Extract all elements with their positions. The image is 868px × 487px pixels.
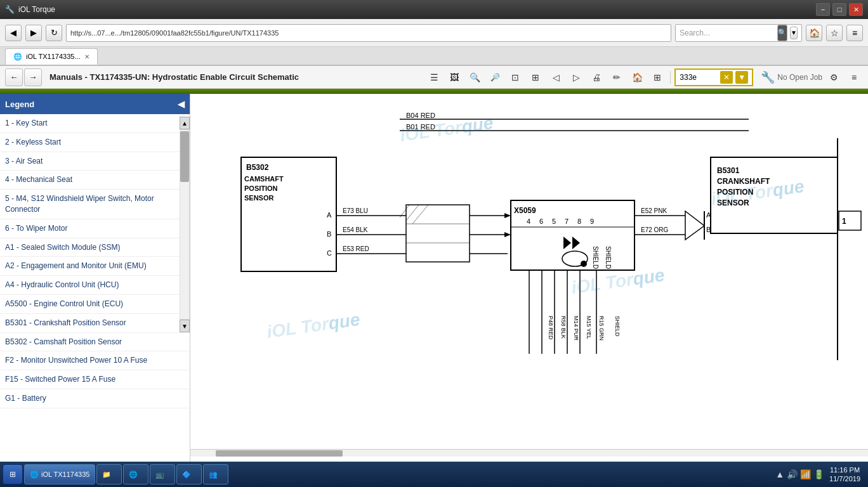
x5059-name: X5059 xyxy=(514,206,536,215)
sidebar-scroll-down[interactable]: ▼ xyxy=(180,320,190,332)
sidebar-item-a4[interactable]: A4 - Hydraulic Control Unit (HCU) xyxy=(0,276,190,295)
b5302-pin-a: A xyxy=(327,211,332,219)
green-bar xyxy=(0,89,868,94)
zoom-in-button[interactable]: 🔍 xyxy=(466,68,483,86)
clock-date: 11/7/2019 xyxy=(829,474,860,483)
search-wrap: 🔍 ▼ xyxy=(675,24,802,42)
sidebar-scroll-up[interactable]: ▲ xyxy=(180,117,190,129)
prev-button[interactable]: ◁ xyxy=(547,68,565,86)
sidebar-item-a2[interactable]: A2 - Engagement and Monitor Unit (EMU) xyxy=(0,257,190,276)
b5301-name: B5301 xyxy=(717,166,740,175)
taskbar-app-icon-teamviewer: 👥 xyxy=(209,471,218,479)
sidebar-item-a1[interactable]: A1 - Sealed Switch Module (SSM) xyxy=(0,238,190,257)
toolbar-back-button[interactable]: ← xyxy=(5,68,23,86)
close-button[interactable]: ✕ xyxy=(849,3,863,16)
toolbar-search-input[interactable] xyxy=(680,73,718,82)
back-button[interactable]: ◀ xyxy=(5,25,22,41)
pin-6: 6 xyxy=(539,218,543,225)
scrollbar-thumb[interactable] xyxy=(216,450,343,457)
start-button[interactable]: ⊞ xyxy=(3,464,23,484)
b5301-line2: POSITION xyxy=(717,188,753,197)
sidebar-item-g1[interactable]: G1 - Battery xyxy=(0,389,190,408)
home-button[interactable]: 🏠 xyxy=(806,25,822,41)
pin-7: 7 xyxy=(565,218,569,225)
b5301-line3: SENSOR xyxy=(717,198,749,207)
toolbar-search-wrap: ✕ ▼ xyxy=(674,68,753,86)
search-button[interactable]: 🔍 xyxy=(777,25,787,41)
tray-arrow-icon[interactable]: ▲ xyxy=(775,469,784,479)
job-icon: 🔧 xyxy=(761,70,775,84)
sidebar-item-b5301[interactable]: B5301 - Crankshaft Position Sensor xyxy=(0,314,190,333)
shield-label-2: SHIELD xyxy=(605,246,612,269)
taskbar-clock[interactable]: 11:16 PM 11/7/2019 xyxy=(829,465,860,484)
list-view-button[interactable]: ☰ xyxy=(425,68,443,86)
start-icon: ⊞ xyxy=(10,470,16,479)
sidebar-toggle-button[interactable]: ◀ xyxy=(178,99,185,109)
crop-button[interactable]: ⊞ xyxy=(527,68,544,86)
taskbar-app-browser[interactable]: 🌐 iOL TX1174335 xyxy=(24,464,95,484)
annotate-button[interactable]: ✏ xyxy=(608,68,626,86)
sidebar-item-f2[interactable]: F2 - Monitor Unswitched Power 10 A Fuse xyxy=(0,351,190,370)
content-area: iOL Torque iOL Torque iOL Torque iOL Tor… xyxy=(190,94,868,464)
b5301-pin-b: B xyxy=(706,226,711,233)
taskbar-app-icon-app2: 🔷 xyxy=(182,471,191,479)
tab-active[interactable]: 🌐 iOL TX1174335... ✕ xyxy=(5,48,98,65)
tray-speaker-icon[interactable]: 🔊 xyxy=(787,469,798,479)
b5302-line3: SENSOR xyxy=(244,194,274,202)
sidebar-item-a5500[interactable]: A5500 - Engine Control Unit (ECU) xyxy=(0,295,190,314)
sidebar-item-5[interactable]: 5 - M4, S12 Windshield Wiper Switch, Mot… xyxy=(0,190,190,219)
ref-number: 1 xyxy=(842,217,846,226)
menu-button[interactable]: ≡ xyxy=(846,25,863,41)
sidebar-item-3[interactable]: 3 - Air Seat xyxy=(0,152,190,171)
maximize-button[interactable]: □ xyxy=(832,3,846,16)
toolbar-forward-button[interactable]: → xyxy=(24,68,42,86)
home-toolbar-button[interactable]: 🏠 xyxy=(628,68,646,86)
tray-network-icon[interactable]: 📶 xyxy=(800,469,811,479)
b5302-line1: CAMSHAFT xyxy=(244,175,284,183)
shield-label-1: SHIELD xyxy=(592,246,599,269)
tray-battery-icon[interactable]: 🔋 xyxy=(813,469,824,479)
fit-button[interactable]: ⊡ xyxy=(506,68,524,86)
sidebar-scrollbar[interactable]: ▲ ▼ xyxy=(180,117,190,332)
toolbar-search-clear[interactable]: ✕ xyxy=(720,71,733,84)
tab-close-icon[interactable]: ✕ xyxy=(84,53,89,60)
horizontal-scrollbar[interactable] xyxy=(190,449,868,457)
minimize-button[interactable]: − xyxy=(816,3,830,16)
clock-time: 11:16 PM xyxy=(829,465,860,474)
b5302-name: B5302 xyxy=(246,163,269,172)
zoom-out-button[interactable]: 🔎 xyxy=(486,68,504,86)
sidebar-item-f15[interactable]: F15 - Switched Power 15 A Fuse xyxy=(0,370,190,389)
refresh-button[interactable]: ↻ xyxy=(46,25,62,41)
sidebar-item-6[interactable]: 6 - To Wiper Motor xyxy=(0,219,190,238)
sidebar-scroll-thumb[interactable] xyxy=(180,131,189,182)
hamburger-button[interactable]: ≡ xyxy=(845,68,863,86)
taskbar: ⊞ 🌐 iOL TX1174335 📁 🌐 📺 🔷 👥 ▲ 🔊 📶 🔋 11:1… xyxy=(0,462,868,487)
b5302-line2: POSITION xyxy=(244,185,278,192)
pin-8: 8 xyxy=(577,218,581,225)
taskbar-app-explorer[interactable]: 📁 xyxy=(96,464,122,484)
sidebar-item-4[interactable]: 4 - Mechanical Seat xyxy=(0,171,190,190)
diode-symbol xyxy=(685,211,704,240)
search-dropdown-button[interactable]: ▼ xyxy=(790,27,798,39)
sidebar-item-b5302[interactable]: B5302 - Camshaft Position Sensor xyxy=(0,333,190,352)
search-input[interactable] xyxy=(680,29,775,37)
address-input-wrap[interactable]: http://s...07...e.../tm12805/09001faa82f… xyxy=(66,24,671,42)
image-view-button[interactable]: 🖼 xyxy=(445,68,463,86)
forward-button[interactable]: ▶ xyxy=(25,25,42,41)
taskbar-app-app2[interactable]: 🔷 xyxy=(176,464,202,484)
taskbar-app-icon-ie: 🌐 xyxy=(129,471,138,479)
print-button[interactable]: 🖨 xyxy=(588,68,605,86)
favorites-button[interactable]: ☆ xyxy=(826,25,843,41)
toolbar-search-dropdown[interactable]: ▼ xyxy=(735,71,748,84)
sidebar-item-1[interactable]: 1 - Key Start xyxy=(0,114,190,133)
wire-e53-red-label: E53 RED xyxy=(343,245,369,252)
next-button[interactable]: ▷ xyxy=(567,68,585,86)
taskbar-app-ie[interactable]: 🌐 xyxy=(123,464,148,484)
grid-button[interactable]: ⊞ xyxy=(648,68,666,86)
pin-shield-bot: SHIELD xyxy=(614,316,621,337)
sidebar-item-2[interactable]: 2 - Keyless Start xyxy=(0,133,190,152)
wire-e54-blk-label: E54 BLK xyxy=(343,226,368,233)
settings-button[interactable]: ⚙ xyxy=(825,68,843,86)
taskbar-app-teamviewer[interactable]: 👥 xyxy=(203,464,228,484)
taskbar-app-media[interactable]: 📺 xyxy=(150,464,175,484)
